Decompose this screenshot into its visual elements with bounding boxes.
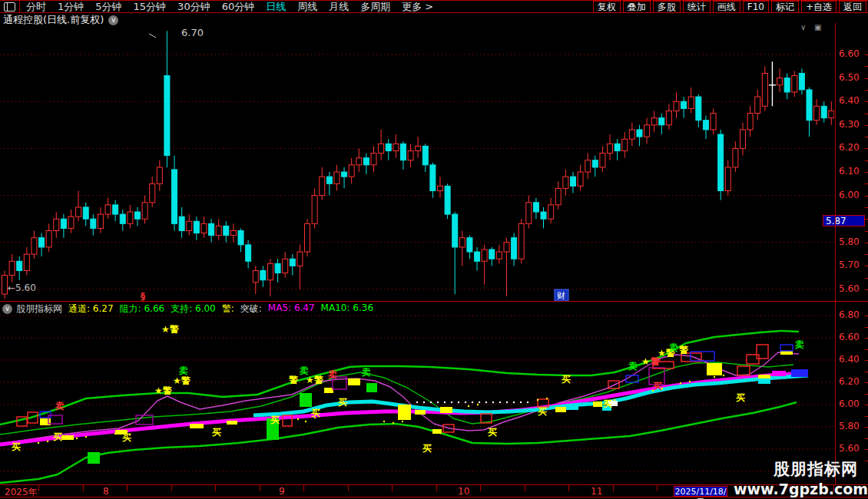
date-label-2025年: 2025年 (5, 486, 38, 499)
last-price-label: 5.87 (823, 215, 865, 226)
candle-body (83, 207, 88, 219)
signal-box (780, 345, 793, 351)
candle-body (326, 177, 332, 183)
white-dot (465, 402, 466, 403)
period-tab-1分钟[interactable]: 1分钟 (58, 1, 84, 12)
edge-tick (865, 438, 868, 439)
candle-body (238, 231, 244, 245)
toolbar-divider (19, 1, 20, 13)
yellow-dot (383, 421, 385, 422)
toolbar-button-画线[interactable]: 画线 (713, 1, 740, 13)
main-candlestick-chart[interactable]: 6.70←5.60§财 (0, 23, 834, 301)
candle-body (98, 214, 103, 228)
indicator-chart[interactable]: ★警卖★警★警卖买买买买买警卖★警卖卖买买买买买买买卖★警★警卖警买买卖 (0, 313, 834, 484)
candle-body (563, 177, 568, 188)
toolbar-button-F10[interactable]: F10 (743, 1, 769, 13)
signal-marker-★警: ★警 (154, 385, 173, 396)
candle-body (253, 271, 258, 283)
period-tab-30分钟[interactable]: 30分钟 (177, 1, 210, 12)
edge-tick (865, 172, 868, 173)
candle-body (91, 219, 96, 228)
toolbar-right-buttons: 复权叠加多股统计画线F10标记+自选返回 (591, 1, 866, 13)
toolbar-button-+自选[interactable]: +自选 (801, 1, 837, 13)
signal-marker-买: 买 (12, 441, 21, 452)
candle-body (297, 252, 303, 266)
candle-body (39, 238, 45, 247)
candle-body (342, 172, 347, 177)
indicator-chevron-icon[interactable]: ∨ (2, 304, 12, 314)
candle-body (452, 214, 458, 247)
period-tab-分时[interactable]: 分时 (26, 1, 46, 12)
candle-body (393, 144, 399, 150)
edge-tick (865, 114, 868, 114)
period-tab-周线[interactable]: 周线 (297, 1, 317, 12)
yellow-dot (38, 442, 39, 444)
signal-block (227, 421, 237, 425)
edge-tick (865, 327, 868, 328)
candle-body (807, 90, 812, 121)
toolbar-button-多股[interactable]: 多股 (653, 1, 681, 13)
signal-block (324, 388, 333, 393)
period-tab-60分钟[interactable]: 60分钟 (222, 1, 255, 12)
candle-body (755, 97, 760, 113)
candle-body (305, 223, 310, 252)
candle-body (416, 146, 421, 150)
candle-body (688, 97, 694, 108)
signal-marker-买: 买 (122, 432, 131, 443)
yellow-dot (76, 438, 78, 439)
signal-box (757, 345, 768, 359)
candle-body (17, 261, 22, 270)
candle-body (762, 73, 767, 106)
price-axis-label: 6.50 (839, 72, 860, 83)
toolbar-button-统计[interactable]: 统计 (683, 1, 711, 13)
yellow-dot (191, 426, 193, 428)
candle-body (637, 130, 642, 137)
candle-body (113, 205, 118, 214)
signal-block (415, 410, 426, 415)
toolbar-button-复权[interactable]: 复权 (593, 1, 621, 13)
signal-block (555, 407, 566, 412)
edge-tick (865, 360, 868, 361)
candle-body (592, 160, 598, 167)
price-axis-label: 6.40 (839, 95, 860, 106)
period-tab-多周期[interactable]: 多周期 (360, 1, 390, 12)
signal-marker-卖: 卖 (361, 367, 371, 378)
period-tab-更多 >[interactable]: 更多 > (402, 1, 433, 12)
yellow-dot (47, 441, 48, 442)
signal-block (593, 402, 602, 407)
white-dot (451, 402, 452, 403)
layout-icon[interactable] (4, 2, 15, 12)
candle-body (209, 223, 214, 235)
period-tabs: 分时1分钟5分钟15分钟30分钟60分钟日线周线月线多周期更多 > (26, 1, 433, 12)
candle-body (718, 134, 724, 190)
candle-body (747, 114, 753, 130)
white-dot (485, 402, 487, 403)
toolbar-button-返回[interactable]: 返回 (839, 1, 866, 13)
period-tab-5分钟[interactable]: 5分钟 (95, 1, 121, 12)
period-tab-月线[interactable]: 月线 (329, 1, 349, 12)
signal-marker-买: 买 (653, 381, 662, 392)
candle-body (408, 150, 413, 160)
signal-marker-卖: 卖 (327, 369, 337, 380)
candle-body (615, 144, 620, 150)
toolbar-button-标记[interactable]: 标记 (771, 1, 799, 13)
toolbar-button-叠加[interactable]: 叠加 (623, 1, 651, 13)
signal-marker-买: 买 (603, 398, 612, 409)
price-axis-label: 6.30 (839, 119, 860, 130)
signal-marker-★警: ★警 (161, 324, 180, 335)
candle-body (482, 250, 487, 261)
white-dot (444, 402, 446, 403)
yellow-dot (393, 422, 394, 424)
period-tab-15分钟[interactable]: 15分钟 (134, 1, 167, 12)
watermark-site-name: 股朋指标网 (774, 458, 858, 480)
axis-border (835, 23, 836, 497)
price-axis-label: 5.80 (839, 236, 860, 247)
edge-tick (865, 137, 868, 137)
candle-body (475, 252, 480, 261)
period-tab-日线[interactable]: 日线 (266, 1, 286, 12)
signal-marker-买: 买 (538, 406, 547, 417)
candle-body (363, 158, 369, 165)
signal-marker-买: 买 (311, 408, 320, 418)
high-price-annotation: 6.70 (181, 27, 204, 38)
signal-marker-买: 买 (212, 427, 221, 438)
